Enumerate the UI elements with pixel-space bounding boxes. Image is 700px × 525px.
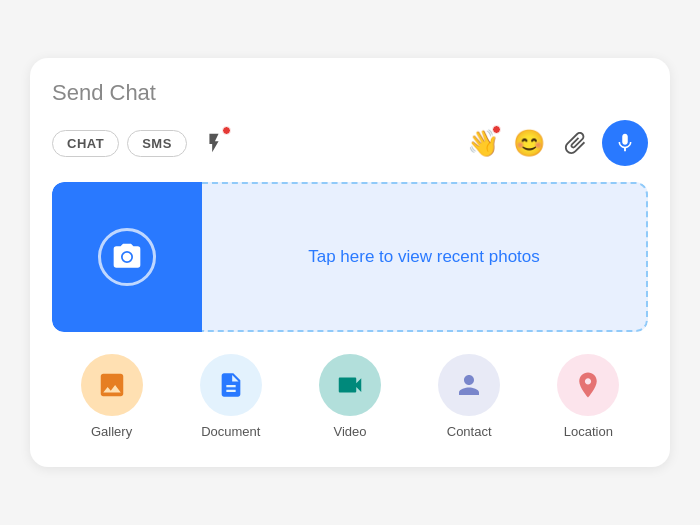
recent-photos-text: Tap here to view recent photos (308, 247, 540, 267)
gallery-icon-circle (81, 354, 143, 416)
wave-button[interactable]: 👋 (464, 124, 502, 162)
paperclip-icon (564, 132, 586, 154)
contact-icon-circle (438, 354, 500, 416)
location-label: Location (564, 424, 613, 439)
contact-button[interactable]: Contact (438, 354, 500, 439)
page-title: Send Chat (52, 80, 648, 106)
photo-area: Tap here to view recent photos (52, 182, 648, 332)
mic-icon (614, 132, 636, 154)
gallery-label: Gallery (91, 424, 132, 439)
notification-dot (222, 126, 231, 135)
recent-photos-area[interactable]: Tap here to view recent photos (202, 182, 648, 332)
toolbar: CHAT SMS 👋 😊 (52, 120, 648, 166)
send-chat-card: Send Chat CHAT SMS 👋 😊 (30, 58, 670, 467)
mic-button[interactable] (602, 120, 648, 166)
flash-button[interactable] (195, 124, 233, 162)
video-label: Video (333, 424, 366, 439)
flash-icon (203, 132, 225, 154)
location-button[interactable]: Location (557, 354, 619, 439)
document-button[interactable]: Document (200, 354, 262, 439)
document-icon-circle (200, 354, 262, 416)
camera-icon-circle (98, 228, 156, 286)
video-button[interactable]: Video (319, 354, 381, 439)
attach-button[interactable] (556, 124, 594, 162)
chat-tab[interactable]: CHAT (52, 130, 119, 157)
video-icon-circle (319, 354, 381, 416)
emoji-button[interactable]: 😊 (510, 124, 548, 162)
location-icon-circle (557, 354, 619, 416)
contact-label: Contact (447, 424, 492, 439)
emoji-icon: 😊 (513, 128, 545, 159)
document-label: Document (201, 424, 260, 439)
sms-tab[interactable]: SMS (127, 130, 187, 157)
camera-icon (111, 241, 143, 273)
bottom-actions: Gallery Document Video (52, 354, 648, 439)
camera-button[interactable] (52, 182, 202, 332)
wave-notification-dot (492, 125, 501, 134)
gallery-button[interactable]: Gallery (81, 354, 143, 439)
